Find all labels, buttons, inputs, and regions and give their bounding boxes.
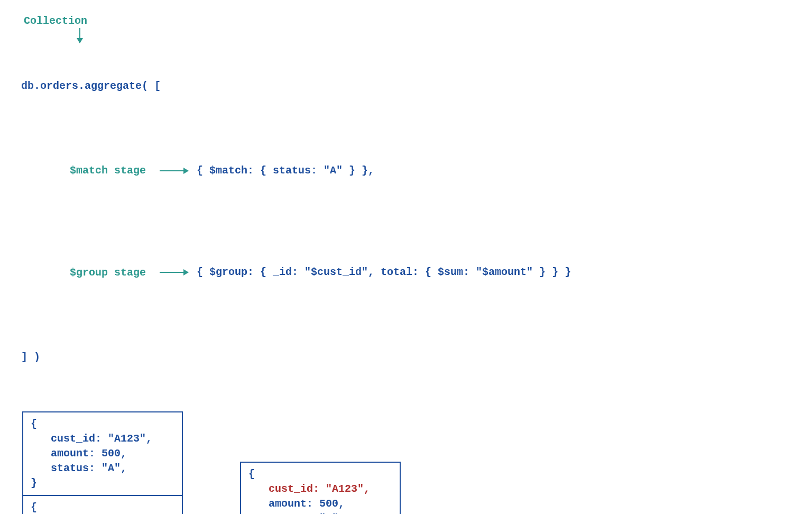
collection-label: Collection xyxy=(24,15,791,27)
orders-box: {cust_id: "A123", amount: 500, status: "… xyxy=(22,411,183,514)
match-stage-label: $match stage xyxy=(59,162,160,179)
aggregate-close: ] ) xyxy=(21,349,791,366)
order-doc: {cust_id: "A123", amount: 500, status: "… xyxy=(23,412,182,496)
matched-column: {cust_id: "A123", amount: 500, status: "… xyxy=(240,462,401,514)
aggregate-call: db.orders.aggregate( [ xyxy=(21,78,791,95)
code-header: db.orders.aggregate( [ $match stage{ $ma… xyxy=(21,44,791,400)
arrow-right-icon xyxy=(160,170,188,171)
orders-column: {cust_id: "A123", amount: 500, status: "… xyxy=(22,411,183,514)
doc-cust: cust_id: "A123", xyxy=(51,433,152,445)
arrow-down-icon xyxy=(79,28,80,43)
doc-cust: cust_id: "A123", xyxy=(269,483,370,495)
doc-amount: amount: 500, xyxy=(51,447,127,460)
matched-box: {cust_id: "A123", amount: 500, status: "… xyxy=(240,462,401,514)
order-doc: {cust_id: "A123", amount: 250, status: "… xyxy=(23,496,182,514)
matched-doc: {cust_id: "A123", amount: 500, status: "… xyxy=(241,463,400,514)
group-stage-code: { $group: { _id: "$cust_id", total: { $s… xyxy=(197,267,571,279)
doc-amount: amount: 500, xyxy=(269,498,345,510)
match-stage-code: { $match: { status: "A" } }, xyxy=(197,164,374,177)
arrow-right-icon xyxy=(160,272,188,273)
pipeline-row: {cust_id: "A123", amount: 500, status: "… xyxy=(22,411,791,514)
group-stage-label: $group stage xyxy=(59,264,160,281)
doc-status: status: "A", xyxy=(51,462,127,474)
diagram-root: Collection db.orders.aggregate( [ $match… xyxy=(0,0,812,514)
